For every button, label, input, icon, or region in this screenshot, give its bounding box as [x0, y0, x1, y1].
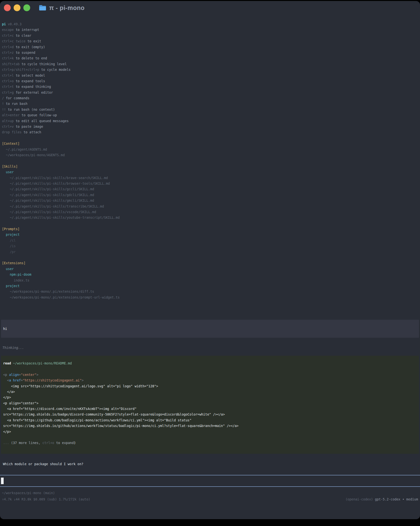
- terminal-line: ctrl+c to clear: [2, 33, 418, 39]
- terminal-line: ~/workspaces/pi-mono/AGENTS.md: [2, 152, 418, 158]
- terminal-line: ~/.pi/agent/AGENTS.md: [2, 147, 418, 152]
- terminal-line: ctrl+g for external editor: [2, 90, 418, 95]
- terminal-line: ctrl+z to suspend: [2, 50, 418, 55]
- terminal-line: [Extensions]: [2, 260, 418, 266]
- folder-icon: [39, 5, 46, 11]
- traffic-lights: [4, 4, 30, 11]
- terminal-line: <a href="https://shittycodingagent.ai">: [3, 378, 417, 383]
- window-titlebar[interactable]: π - pi-mono: [0, 1, 420, 15]
- terminal-window: π - pi-mono pi v0.49.3escape to interrup…: [0, 1, 420, 519]
- terminal-line: /is: [2, 243, 418, 249]
- terminal-line: <p align="center">: [3, 372, 417, 378]
- zoom-button[interactable]: [23, 4, 30, 11]
- terminal-line: [2, 135, 418, 141]
- assistant-message: Which module or package should I work on…: [3, 461, 420, 467]
- terminal-line: !! to run bash (no context): [2, 107, 418, 112]
- status-bar: ~/workspaces/pi-mono (main) ↑4.7k ↓44 R3…: [0, 487, 420, 503]
- terminal-line: npm:pi-doom: [2, 272, 418, 277]
- terminal-line: ~/.pi/agent/skills/pi-skills/gdcli/SKILL…: [2, 192, 418, 198]
- terminal-line: ~/.pi/agent/skills/pi-skills/gmcli/SKILL…: [2, 198, 418, 203]
- terminal-line: alt+up to edit all queued messages: [2, 118, 418, 124]
- status-model: gpt-5.2-codex • medium: [375, 497, 418, 501]
- terminal-line: ~/.pi/agent/skills/pi-skills/browser-too…: [2, 181, 418, 186]
- terminal-line: ~/.pi/agent/skills/pi-skills/transcribe/…: [2, 204, 418, 209]
- terminal-line: ctrl+t to expand thinking: [2, 84, 418, 90]
- terminal-line: <p align="center">: [3, 400, 417, 406]
- close-button[interactable]: [4, 4, 11, 11]
- status-model-info: (openai-codex) gpt-5.2-codex • medium: [346, 496, 418, 503]
- terminal-line: ~/workspaces/pi-mono/.pi/extensions/diff…: [2, 289, 418, 294]
- terminal-line: project: [2, 283, 418, 289]
- terminal-line: ctrl+p/shift+ctrl+p to cycle models: [2, 67, 418, 72]
- terminal-line: ~/.pi/agent/skills/pi-skills/vscode/SKIL…: [2, 209, 418, 215]
- terminal-line: ~/.pi/agent/skills/pi-skills/youtube-tra…: [2, 215, 418, 220]
- terminal-line: [2, 221, 418, 226]
- terminal-line: ... (37 more lines, ctrl+o to expand): [3, 440, 417, 446]
- terminal-line: [Skills]: [2, 164, 418, 169]
- terminal-line: user: [2, 266, 418, 272]
- text-cursor: [1, 478, 4, 484]
- terminal-line: read ~/workspaces/pi-mono/README.md: [3, 361, 417, 366]
- terminal-line: index.ts: [2, 278, 418, 283]
- terminal-line: ~/.pi/agent/skills/pi-skills/gccli/SKILL…: [2, 186, 418, 192]
- terminal-line: [3, 366, 417, 372]
- terminal-line: </p>: [3, 394, 417, 400]
- system-transcript: pi v0.49.3escape to interruptctrl+c to c…: [2, 21, 418, 300]
- terminal-line: ctrl+k to delete to end: [2, 55, 418, 61]
- terminal-line: ctrl+v to paste image: [2, 124, 418, 130]
- terminal-line: /pr: [2, 249, 418, 255]
- terminal-line: </p>: [3, 429, 417, 435]
- terminal-line: [3, 435, 417, 440]
- terminal-line: pi v0.49.3: [2, 21, 418, 27]
- window-title: π - pi-mono: [49, 4, 84, 11]
- terminal-line: project: [2, 232, 418, 237]
- terminal-line: <a href="https://discord.com/invite/nKXT…: [3, 406, 417, 412]
- status-usage: ↑4.7k ↓44 R3.8k $0.009 (sub) 1.7%/272k (…: [2, 496, 90, 503]
- terminal-line: [2, 255, 418, 260]
- terminal-line: drop files to attach: [2, 130, 418, 135]
- terminal-line: ctrl+d to exit (empty): [2, 44, 418, 50]
- terminal-line: alt+enter to queue follow-up: [2, 112, 418, 118]
- status-cwd-branch: ~/workspaces/pi-mono (main): [2, 490, 55, 496]
- terminal-content: pi v0.49.3escape to interruptctrl+c to c…: [0, 21, 420, 503]
- terminal-line: src="https://img.shields.io/github/actio…: [3, 423, 417, 429]
- status-provider: (openai-codex): [346, 497, 375, 501]
- terminal-line: <a href="https://github.com/badlogic/pi-…: [3, 417, 417, 423]
- terminal-line: ~/.pi/agent/skills/pi-skills/brave-searc…: [2, 175, 418, 181]
- tool-call-box: read ~/workspaces/pi-mono/README.md <p a…: [1, 356, 419, 454]
- terminal-line: ctrl+o to expand tools: [2, 78, 418, 84]
- terminal-line: ~/workspaces/pi-mono/.pi/extensions/prom…: [2, 295, 418, 300]
- user-message-text: hi: [3, 326, 417, 332]
- terminal-line: ctrl+c twice to exit: [2, 39, 418, 44]
- terminal-line: [2, 158, 418, 163]
- terminal-line: [Context]: [2, 141, 418, 146]
- terminal-line: /cl: [2, 238, 418, 243]
- terminal-line: </a>: [3, 389, 417, 394]
- thinking-indicator: Thinking...: [2, 345, 420, 351]
- terminal-line: shift+tab to cycle thinking level: [2, 61, 418, 67]
- terminal-line: <img src="https://shittycodingagent.ai/l…: [3, 384, 417, 389]
- terminal-line: ctrl+l to select model: [2, 73, 418, 78]
- minimize-button[interactable]: [14, 4, 20, 11]
- terminal-line: / for commands: [2, 95, 418, 101]
- prompt-input[interactable]: [0, 475, 420, 486]
- terminal-line: [Prompts]: [2, 226, 418, 232]
- terminal-line: ! to run bash: [2, 101, 418, 107]
- terminal-line: src="https://img.shields.io/badge/discor…: [3, 412, 417, 417]
- terminal-line: user: [2, 169, 418, 175]
- user-message-box: hi: [1, 320, 419, 337]
- terminal-line: escape to interrupt: [2, 27, 418, 33]
